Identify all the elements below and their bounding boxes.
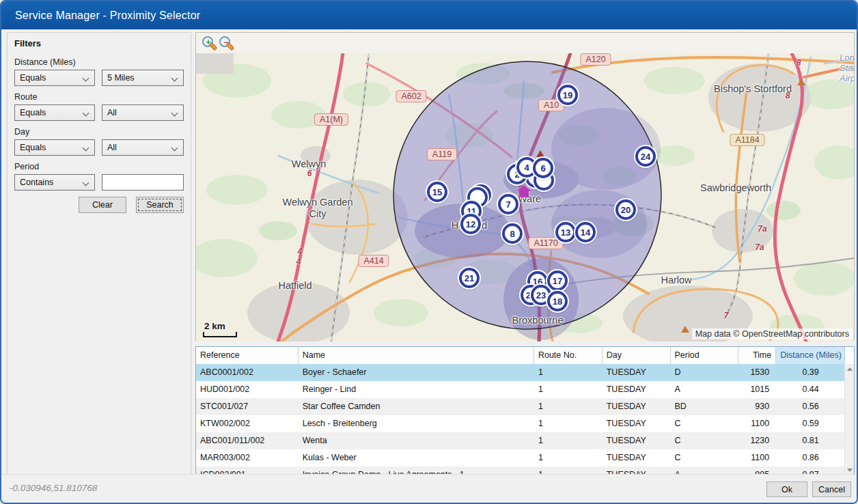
map-pin-14[interactable]: 14 (575, 222, 596, 242)
junction-number: 4 (296, 257, 301, 266)
route-label: Route (14, 92, 37, 102)
search-button[interactable]: Search (136, 197, 184, 213)
table-row[interactable]: STC001/027Star Coffee Camden1TUESDAYBD93… (196, 398, 845, 415)
peak-triangle-icon (681, 326, 689, 333)
period-input[interactable] (102, 174, 184, 191)
table-cell: 1 (534, 432, 603, 449)
table-cell: TUESDAY (603, 432, 671, 449)
map-toolbar: + − (196, 33, 854, 53)
table-row[interactable]: MAR003/002Kulas - Weber1TUESDAYC11000.86 (196, 449, 845, 466)
table-cell: Reinger - Lind (299, 381, 534, 398)
table-cell: KTW002/002 (196, 415, 299, 432)
distance-label: Distance (Miles) (14, 57, 76, 67)
distance-operator-select[interactable]: Equals (14, 70, 95, 86)
junction-number: 6 (307, 169, 312, 178)
cancel-button[interactable]: Cancel (812, 481, 851, 497)
column-header-route-no-[interactable]: Route No. (534, 347, 603, 364)
table-cell: MAR003/002 (196, 449, 299, 466)
chevron-down-icon (171, 75, 178, 82)
table-cell: TUESDAY (603, 449, 671, 466)
period-operator-value: Contains (20, 178, 53, 187)
filters-title: Filters (14, 38, 41, 48)
chevron-down-icon (83, 75, 89, 82)
table-cell: STC001/027 (196, 398, 299, 415)
map-pin-24[interactable]: 24 (635, 146, 656, 167)
map-pin-17[interactable]: 17 (547, 270, 568, 291)
table-cell: 0.39 (776, 364, 845, 381)
table-row[interactable]: KTW002/002Lesch - Breitenberg1TUESDAYC11… (196, 415, 845, 432)
scale-bar (203, 332, 237, 337)
road-badge: A602 (396, 90, 426, 102)
route-operator-select[interactable]: Equals (14, 104, 95, 121)
day-operator-select[interactable]: Equals (14, 139, 95, 156)
map-pin-15[interactable]: 15 (427, 182, 447, 202)
map-pin-8[interactable]: 8 (502, 223, 523, 244)
chevron-down-icon (83, 110, 89, 117)
map-pin-21[interactable]: 21 (459, 268, 480, 288)
table-row[interactable]: HUD001/002Reinger - Lind1TUESDAYA10150.4… (196, 381, 845, 398)
table-row[interactable]: ABC001/011/002Wenta1TUESDAYC12300.81 (196, 432, 845, 449)
day-label: Day (14, 127, 29, 137)
chevron-down-icon (171, 145, 178, 152)
table-cell: 930 (738, 398, 776, 415)
table-cell: TUESDAY (603, 415, 671, 432)
column-header-time[interactable]: Time (738, 347, 776, 364)
chevron-down-icon (83, 180, 89, 186)
column-header-name[interactable]: Name (299, 347, 534, 364)
table-cell: ABC0001/002 (196, 364, 299, 381)
map-pin-20[interactable]: 20 (615, 199, 636, 220)
peak-triangle-icon (797, 79, 805, 85)
road-badge: A414 (358, 255, 389, 267)
zoom-out-button[interactable]: − (219, 36, 233, 50)
column-header-distance-miles-[interactable]: Distance (Miles) (776, 347, 845, 364)
map[interactable]: WelwynWelwyn Garden CityHatfieldHertford… (196, 53, 854, 341)
title-bar[interactable]: Service Manager - Proximity Selector (1, 1, 857, 29)
ok-button[interactable]: Ok (766, 481, 807, 497)
vertical-scrollbar[interactable] (844, 364, 854, 475)
table-cell: BD (671, 398, 739, 415)
table-cell: TUESDAY (603, 398, 671, 415)
table-cell: 1530 (738, 364, 776, 381)
map-pin-13[interactable]: 13 (555, 222, 576, 242)
scroll-up-arrow-icon[interactable] (847, 367, 853, 371)
column-header-day[interactable]: Day (603, 347, 671, 364)
day-value: All (107, 143, 117, 152)
scroll-down-arrow-icon[interactable] (847, 468, 853, 472)
table-cell: Star Coffee Camden (299, 398, 534, 415)
distance-value-select[interactable]: 5 Miles (102, 70, 184, 86)
junction-number: 7 (724, 311, 729, 320)
map-pin-18[interactable]: 18 (547, 291, 568, 311)
table-cell: C (671, 415, 739, 432)
distance-value: 5 Miles (107, 73, 135, 83)
road-badge: A120 (580, 53, 611, 66)
table-row[interactable]: ABC0001/002Boyer - Schaefer1TUESDAYD1530… (196, 364, 845, 381)
map-pin-12[interactable]: 12 (460, 214, 481, 234)
column-header-period[interactable]: Period (671, 347, 739, 364)
table-cell: 0.86 (776, 449, 845, 466)
map-attribution: Map data © OpenStreetMap contributors (692, 328, 853, 339)
route-value: All (107, 108, 117, 117)
junction-number: 7a (758, 224, 766, 234)
cursor-coordinates: -0.030946,51.810768 (10, 483, 97, 493)
table-cell: A (671, 381, 739, 398)
day-value-select[interactable]: All (102, 139, 184, 156)
table-cell: 1 (534, 398, 603, 415)
zoom-in-button[interactable]: + (202, 36, 216, 50)
table-cell: Boyer - Schaefer (299, 364, 534, 381)
route-value-select[interactable]: All (102, 104, 184, 121)
map-pin-6[interactable]: 6 (533, 158, 553, 178)
home-marker-icon[interactable] (516, 185, 532, 197)
table-cell: D (671, 364, 739, 381)
period-operator-select[interactable]: Contains (14, 174, 95, 191)
junction-number: 4 (298, 247, 303, 256)
column-header-reference[interactable]: Reference (196, 347, 299, 364)
clear-button[interactable]: Clear (79, 197, 126, 213)
table-cell: 0.81 (776, 432, 845, 449)
table-cell: 0.56 (776, 398, 845, 415)
table-cell: 1 (534, 364, 603, 381)
junction-number: 7a (755, 242, 764, 252)
map-pin-19[interactable]: 19 (557, 85, 578, 105)
junction-number: 8 (797, 58, 801, 68)
route-operator-value: Equals (20, 108, 46, 117)
table-cell: C (671, 432, 739, 449)
